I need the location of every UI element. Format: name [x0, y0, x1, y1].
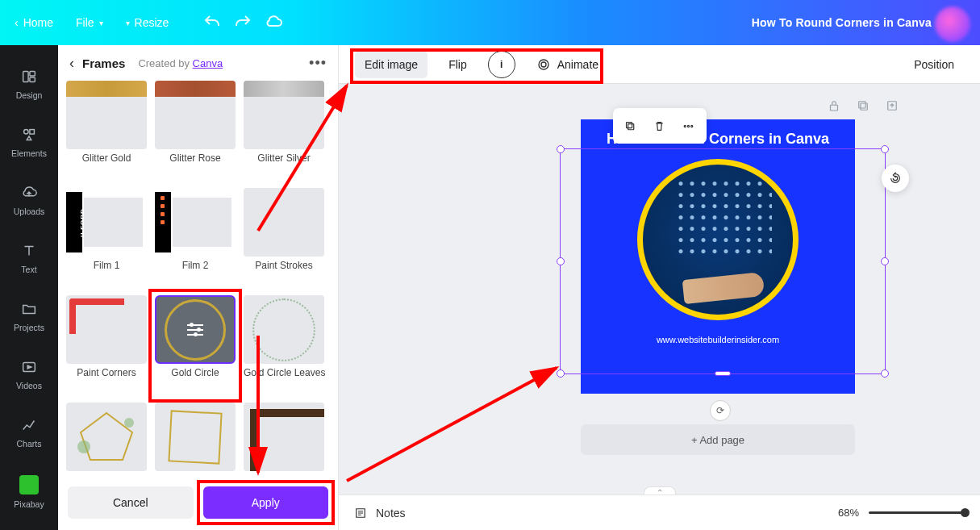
sync-indicator[interactable]: ⟳: [710, 400, 731, 421]
frame-glitter-silver[interactable]: Glitter Silver: [244, 81, 324, 164]
zoom-control: 68%: [838, 507, 965, 519]
editor-toolbar: Edit image Flip i Animate Position: [339, 45, 980, 84]
copy-button[interactable]: [618, 113, 644, 139]
back-button[interactable]: ‹: [69, 55, 74, 72]
resize-handle[interactable]: [557, 257, 565, 265]
svg-point-18: [687, 125, 689, 127]
left-sidebar: Design Elements Uploads Text Projects Vi…: [0, 45, 58, 530]
resize-handle[interactable]: [557, 145, 565, 153]
chevron-left-icon: ‹: [15, 16, 19, 29]
apply-button[interactable]: Apply: [203, 486, 329, 519]
frame-gold-pentagon[interactable]: Gold Pentagon: [66, 403, 147, 475]
redo-button[interactable]: [233, 13, 252, 32]
svg-point-19: [691, 125, 693, 127]
annotation-arrow: [339, 360, 573, 489]
animate-icon: [536, 57, 551, 72]
resize-handle[interactable]: [557, 369, 565, 378]
design-link-text: www.websitebuilderinsider.com: [581, 335, 855, 344]
lock-icon[interactable]: [827, 98, 841, 113]
canvas-top-right-tools: [827, 98, 899, 113]
position-button[interactable]: Position: [904, 51, 964, 78]
frames-panel: ‹ Frames Created by Canva ••• Glitter Go…: [58, 45, 339, 530]
notes-icon: [353, 506, 368, 520]
file-menu[interactable]: File ▾: [76, 16, 103, 29]
frame-paint-strokes[interactable]: Paint Strokes: [244, 188, 324, 271]
home-label: Home: [23, 16, 53, 29]
rotate-button[interactable]: [882, 165, 909, 192]
export-icon[interactable]: [885, 98, 899, 113]
sidebar-item-pixabay[interactable]: Pixabay: [0, 463, 58, 521]
svg-line-22: [347, 368, 557, 481]
sidebar-item-uploads[interactable]: Uploads: [0, 171, 58, 229]
frame-glitter-rose[interactable]: Glitter Rose: [155, 81, 236, 164]
panel-footer: Cancel Apply: [58, 475, 338, 530]
resize-menu[interactable]: ▾ Resize: [126, 16, 169, 29]
design-circle-frame: [637, 159, 799, 320]
svg-rect-13: [859, 102, 865, 108]
globe-image: [675, 179, 772, 260]
frame-gold-circle[interactable]: Gold Circle: [155, 295, 236, 378]
frame-glitter-gold[interactable]: Glitter Gold: [66, 81, 147, 164]
svg-rect-15: [628, 123, 634, 129]
design-canvas[interactable]: How to Round Corners in Canva www.websit…: [581, 119, 855, 394]
frame-dark-wood[interactable]: Dark Wood: [244, 403, 324, 475]
canvas-area: Edit image Flip i Animate Position How t…: [339, 45, 980, 530]
frame-film-2[interactable]: Film 2: [155, 188, 236, 271]
cloud-save-icon[interactable]: [264, 13, 283, 32]
delete-button[interactable]: [647, 113, 673, 139]
svg-rect-0: [23, 72, 28, 82]
sidebar-item-text[interactable]: Text: [0, 229, 58, 287]
zoom-slider-thumb[interactable]: [961, 508, 970, 517]
svg-marker-6: [81, 413, 132, 460]
frame-paint-corners[interactable]: Paint Corners: [66, 295, 147, 378]
svg-point-3: [24, 130, 28, 135]
sidebar-item-videos[interactable]: Videos: [0, 345, 58, 403]
text-icon: [20, 242, 38, 260]
home-nav[interactable]: ‹ Home: [15, 16, 53, 29]
svg-rect-12: [861, 103, 867, 110]
frame-gold-circle-leaves[interactable]: Gold Circle Leaves: [244, 295, 324, 378]
adjust-icon: [187, 322, 203, 338]
panel-meta: Created by Canva: [138, 57, 223, 69]
info-button[interactable]: i: [488, 51, 515, 78]
profile-glow-icon[interactable]: [935, 6, 970, 42]
undo-button[interactable]: [202, 13, 222, 32]
panel-title: Frames: [82, 56, 125, 70]
frame-film-1[interactable]: ILFORDFilm 1: [66, 188, 147, 271]
svg-rect-11: [831, 105, 838, 111]
svg-point-17: [684, 125, 686, 127]
svg-point-10: [541, 62, 546, 67]
frame-gold-square[interactable]: Gold Square: [155, 403, 236, 475]
resize-handle[interactable]: [881, 145, 889, 153]
document-title[interactable]: How To Round Corners in Canva: [752, 16, 932, 29]
duplicate-icon[interactable]: [856, 98, 870, 113]
cancel-button[interactable]: Cancel: [68, 486, 194, 519]
resize-label: Resize: [135, 16, 169, 29]
more-button[interactable]: [676, 113, 702, 139]
author-link[interactable]: Canva: [193, 57, 223, 69]
pixabay-icon: [19, 475, 39, 495]
zoom-slider[interactable]: [869, 511, 965, 514]
elements-icon: [20, 126, 38, 144]
sidebar-item-charts[interactable]: Charts: [0, 403, 58, 461]
edit-image-button[interactable]: Edit image: [355, 51, 427, 78]
uploads-icon: [20, 184, 38, 202]
flip-button[interactable]: Flip: [439, 51, 477, 78]
sidebar-item-design[interactable]: Design: [0, 55, 58, 113]
more-options-button[interactable]: •••: [309, 55, 327, 72]
animate-button[interactable]: Animate: [527, 51, 608, 78]
sidebar-item-elements[interactable]: Elements: [0, 113, 58, 171]
add-page-button[interactable]: + Add page: [581, 424, 855, 455]
resize-handle[interactable]: [881, 257, 889, 265]
top-navigation-bar: ‹ Home File ▾ ▾ Resize How To Round Corn…: [0, 0, 980, 45]
zoom-percentage[interactable]: 68%: [838, 507, 859, 519]
hand-image: [682, 272, 765, 304]
file-label: File: [76, 16, 94, 29]
svg-rect-4: [30, 130, 34, 135]
svg-point-9: [539, 60, 548, 69]
notes-button[interactable]: Notes: [376, 507, 406, 520]
main-container: Design Elements Uploads Text Projects Vi…: [0, 45, 980, 530]
resize-handle[interactable]: [881, 369, 889, 378]
projects-icon: [20, 300, 38, 318]
sidebar-item-projects[interactable]: Projects: [0, 287, 58, 345]
